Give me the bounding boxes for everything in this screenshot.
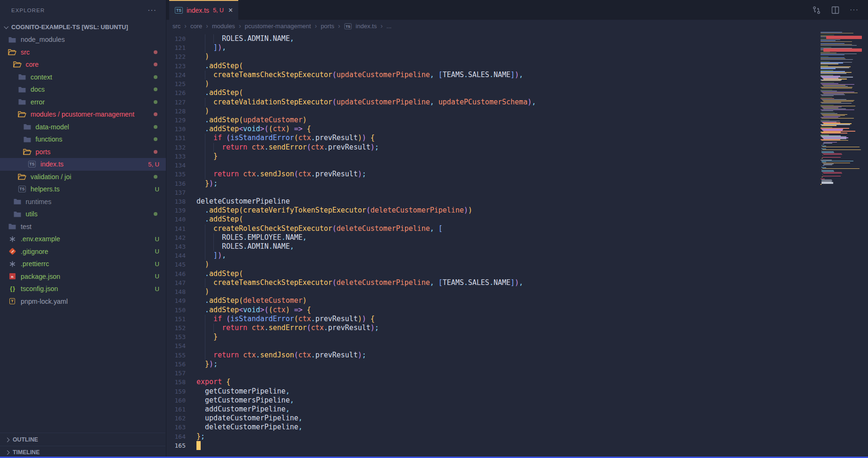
line-number[interactable]: 137 xyxy=(166,188,186,197)
code-line-132[interactable]: 132 return ctx.sendError(ctx.prevResult)… xyxy=(166,143,868,152)
code-line-135[interactable]: 135 return ctx.sendJson(ctx.prevResult); xyxy=(166,170,868,179)
code-line-126[interactable]: 126 .addStep( xyxy=(166,88,868,97)
line-number[interactable]: 132 xyxy=(166,143,186,152)
line-number[interactable]: 123 xyxy=(166,62,186,71)
code-line-145[interactable]: 145 ) xyxy=(166,260,868,269)
line-number[interactable]: 127 xyxy=(166,98,186,107)
breadcrumb-item-core[interactable]: core xyxy=(190,23,202,30)
line-number[interactable]: 139 xyxy=(166,206,186,215)
tree-item-modules-pcustomer-management[interactable]: modules / pcustomer-management xyxy=(0,108,166,121)
line-number[interactable]: 142 xyxy=(166,233,186,242)
close-icon[interactable]: × xyxy=(228,7,233,14)
code-line-156[interactable]: 156 }); xyxy=(166,360,868,369)
line-number[interactable]: 143 xyxy=(166,242,186,251)
code-line-161[interactable]: 161 addCustomerPipeline, xyxy=(166,405,868,414)
code-editor[interactable]: 120 ROLES.ADMIN.NAME,121 ]),122 )123 .ad… xyxy=(166,32,868,458)
tree-item-ports[interactable]: ports xyxy=(0,146,166,158)
tree-item-index.ts[interactable]: TSindex.ts5, U xyxy=(0,158,166,171)
code-line-141[interactable]: 141 createRolesCheckStepExecutor(deleteC… xyxy=(166,224,868,233)
tree-item-test[interactable]: test xyxy=(0,221,166,233)
line-number[interactable]: 144 xyxy=(166,251,186,260)
more-actions-icon[interactable]: ··· xyxy=(850,6,859,14)
split-editor-icon[interactable] xyxy=(831,6,839,14)
line-number[interactable]: 133 xyxy=(166,152,186,161)
line-number[interactable]: 128 xyxy=(166,107,186,116)
code-line-122[interactable]: 122 ) xyxy=(166,52,868,61)
code-line-151[interactable]: 151 if (isStandardError(ctx.prevResult))… xyxy=(166,315,868,324)
line-number[interactable]: 136 xyxy=(166,179,186,188)
line-number[interactable]: 153 xyxy=(166,332,186,341)
tree-item-functions[interactable]: functions xyxy=(0,133,166,146)
line-number[interactable]: 131 xyxy=(166,134,186,142)
code-line-134[interactable]: 134 xyxy=(166,161,868,170)
tree-item-data-model[interactable]: data-model xyxy=(0,121,166,134)
line-number[interactable]: 138 xyxy=(166,197,186,206)
line-number[interactable]: 147 xyxy=(166,278,186,287)
code-line-137[interactable]: 137 xyxy=(166,188,868,197)
code-line-153[interactable]: 153 } xyxy=(166,332,868,341)
line-number[interactable]: 141 xyxy=(166,224,186,233)
line-number[interactable]: 149 xyxy=(166,296,186,305)
line-number[interactable]: 140 xyxy=(166,215,186,224)
code-line-165[interactable]: 165 xyxy=(166,441,868,450)
code-line-139[interactable]: 139 .addStep(createVerifyTokenStepExecut… xyxy=(166,206,868,215)
tree-item-core[interactable]: core xyxy=(0,58,166,71)
minimap[interactable] xyxy=(821,32,862,192)
line-number[interactable]: 145 xyxy=(166,260,186,269)
tree-item-utils[interactable]: utils xyxy=(0,208,166,221)
outline-section-header[interactable]: OUTLINE xyxy=(0,433,165,446)
line-number[interactable]: 156 xyxy=(166,360,186,369)
code-line-125[interactable]: 125 ) xyxy=(166,79,868,88)
code-line-159[interactable]: 159 getCustomerPipeline, xyxy=(166,387,868,396)
breadcrumb-overflow[interactable]: ... xyxy=(386,23,391,30)
line-number[interactable]: 154 xyxy=(166,341,186,350)
line-number[interactable]: 148 xyxy=(166,287,186,296)
line-number[interactable]: 163 xyxy=(166,423,186,432)
code-line-140[interactable]: 140 .addStep( xyxy=(166,215,868,224)
tree-item-package.json[interactable]: npackage.jsonU xyxy=(0,270,166,283)
code-line-164[interactable]: 164}; xyxy=(166,432,868,441)
line-number[interactable]: 152 xyxy=(166,324,186,332)
code-line-150[interactable]: 150 .addStep<void>((ctx) => { xyxy=(166,306,868,315)
workspace-root-item[interactable]: COGNITO-EXAMPLE-TS [WSL: UBUNTU] xyxy=(0,21,166,33)
code-line-143[interactable]: 143 ROLES.ADMIN.NAME, xyxy=(166,242,868,251)
line-number[interactable]: 158 xyxy=(166,378,186,387)
code-line-138[interactable]: 138deleteCustomerPipeline xyxy=(166,197,868,206)
tree-item-.prettierrc[interactable]: .prettierrcU xyxy=(0,258,166,270)
code-line-154[interactable]: 154 xyxy=(166,341,868,350)
line-number[interactable]: 126 xyxy=(166,88,186,97)
code-line-136[interactable]: 136 }); xyxy=(166,179,868,188)
line-number[interactable]: 157 xyxy=(166,369,186,378)
tree-item-pnpm-lock.yaml[interactable]: Ypnpm-lock.yaml xyxy=(0,295,166,308)
line-number[interactable]: 162 xyxy=(166,414,186,423)
tree-item-error[interactable]: error xyxy=(0,96,166,109)
code-line-142[interactable]: 142 ROLES.EMPLOYEE.NAME, xyxy=(166,233,868,242)
code-line-163[interactable]: 163 deleteCustomerPipeline, xyxy=(166,423,868,432)
code-line-133[interactable]: 133 } xyxy=(166,152,868,161)
tab-index-ts[interactable]: TS index.ts 5, U × xyxy=(169,0,238,20)
code-line-123[interactable]: 123 .addStep( xyxy=(166,62,868,71)
code-line-148[interactable]: 148 ) xyxy=(166,287,868,296)
line-number[interactable]: 124 xyxy=(166,71,186,79)
line-number[interactable]: 125 xyxy=(166,79,186,88)
code-line-120[interactable]: 120 ROLES.ADMIN.NAME, xyxy=(166,34,868,43)
code-line-131[interactable]: 131 if (isStandardError(ctx.prevResult))… xyxy=(166,134,868,142)
code-line-162[interactable]: 162 updateCustomerPipeline, xyxy=(166,414,868,423)
open-changes-icon[interactable] xyxy=(812,6,821,15)
tree-item-helpers.ts[interactable]: TShelpers.tsU xyxy=(0,183,166,196)
line-number[interactable]: 164 xyxy=(166,432,186,441)
breadcrumb-item-pcustomer-management[interactable]: pcustomer-management xyxy=(245,23,311,30)
line-number[interactable]: 130 xyxy=(166,125,186,134)
code-line-160[interactable]: 160 getCustomersPipeline, xyxy=(166,396,868,405)
tree-item-validation-joi[interactable]: validation / joi xyxy=(0,171,166,183)
tree-item-runtimes[interactable]: runtimes xyxy=(0,196,166,208)
code-line-152[interactable]: 152 return ctx.sendError(ctx.prevResult)… xyxy=(166,324,868,332)
code-line-130[interactable]: 130 .addStep<void>((ctx) => { xyxy=(166,125,868,134)
tree-item-docs[interactable]: docs xyxy=(0,83,166,96)
breadcrumb-item-modules[interactable]: modules xyxy=(212,23,235,30)
tree-item-src[interactable]: src xyxy=(0,46,166,59)
line-number[interactable]: 150 xyxy=(166,306,186,315)
line-number[interactable]: 129 xyxy=(166,116,186,125)
explorer-more-actions-icon[interactable]: ··· xyxy=(148,6,156,15)
tree-item-.gitignore[interactable]: .gitignoreU xyxy=(0,245,166,258)
